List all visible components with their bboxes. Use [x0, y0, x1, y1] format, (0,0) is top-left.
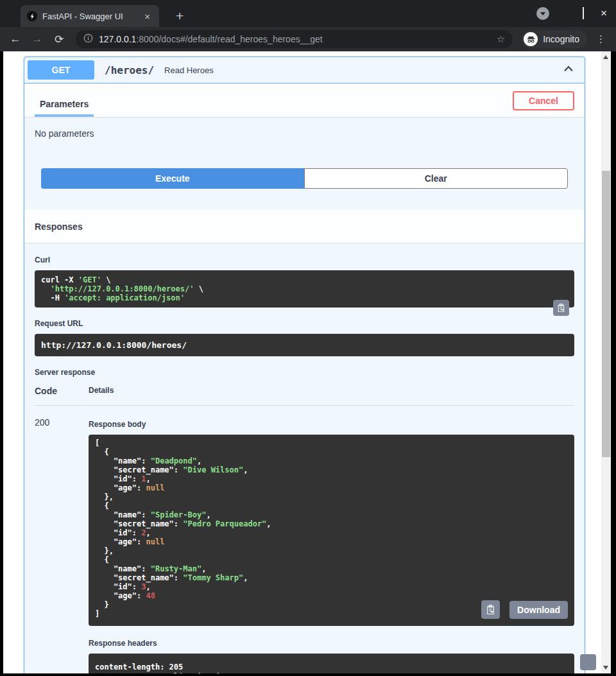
tab-close-icon[interactable]: × — [142, 11, 153, 22]
responses-table: Code Details 200 Response body [ { "name… — [35, 386, 574, 673]
forward-button[interactable]: → — [30, 33, 45, 46]
window-close-button[interactable]: × — [601, 10, 607, 17]
scrollbar-down-icon[interactable] — [603, 666, 608, 670]
endpoint-path: /heroes/ — [101, 64, 158, 76]
response-details-cell: Response body [ { "name": "Deadpond", "s… — [89, 406, 574, 674]
no-parameters-text: No parameters — [35, 128, 574, 139]
browser-tab[interactable]: FastAPI - Swagger UI × — [21, 5, 159, 27]
response-body-controls: Download — [481, 600, 568, 619]
endpoint-summary: Read Heroes — [164, 65, 556, 75]
page-info-icon[interactable] — [83, 33, 93, 46]
back-button[interactable]: ← — [8, 33, 23, 46]
new-tab-button[interactable]: + — [171, 5, 189, 27]
code-column-header: Code — [35, 386, 89, 406]
swagger-page: GET /heroes/ Read Heroes Parameters Canc… — [3, 51, 601, 673]
reload-button[interactable]: ⟳ — [51, 33, 67, 46]
response-body-label: Response body — [89, 420, 574, 429]
request-url-block: http://127.0.0.1:8000/heroes/ — [35, 334, 574, 356]
tab-parameters[interactable]: Parameters — [35, 99, 94, 117]
collapse-chevron-icon[interactable] — [562, 62, 575, 78]
browser-menu-icon[interactable]: ⋮ — [594, 33, 608, 45]
maximize-button[interactable] — [583, 8, 584, 19]
response-headers-label: Response headers — [89, 639, 574, 648]
responses-header: Responses — [24, 209, 585, 243]
scrollbar-up-icon[interactable] — [603, 55, 608, 59]
responses-table-header: Code Details — [35, 386, 574, 406]
response-copy-button[interactable] — [481, 600, 500, 619]
curl-label: Curl — [35, 256, 574, 264]
status-code: 200 — [35, 406, 89, 674]
bookmark-star-icon[interactable]: ☆ — [497, 33, 505, 45]
method-badge: GET — [28, 60, 94, 80]
incognito-icon — [524, 32, 538, 46]
response-headers-block: content-length: 205content-type: applica… — [89, 654, 574, 673]
opblock-get-heroes: GET /heroes/ Read Heroes Parameters Canc… — [24, 56, 585, 673]
tab-search-icon[interactable] — [536, 7, 549, 20]
execute-button[interactable]: Execute — [41, 168, 304, 189]
request-url-label: Request URL — [35, 319, 574, 328]
response-body-block: [ { "name": "Deadpond", "secret_name": "… — [89, 435, 574, 626]
incognito-label: Incognito — [543, 34, 579, 44]
responses-title: Responses — [35, 221, 83, 232]
tab-strip: FastAPI - Swagger UI × + × — [0, 0, 616, 27]
server-response-label: Server response — [35, 368, 574, 377]
opblock-summary[interactable]: GET /heroes/ Read Heroes — [24, 57, 585, 83]
address-bar[interactable]: 127.0.0.1:8000/docs#/default/read_heroes… — [76, 30, 513, 48]
page-scrollbar[interactable] — [601, 51, 611, 673]
tab-title: FastAPI - Swagger UI — [42, 12, 137, 21]
responses-body: Curl curl -X 'GET' \ 'http://127.0.0.1:8… — [24, 243, 585, 673]
cancel-button[interactable]: Cancel — [513, 91, 574, 110]
scrollbar-thumb[interactable] — [602, 171, 610, 457]
details-column-header: Details — [89, 386, 574, 406]
fastapi-favicon-icon — [27, 11, 37, 21]
window-controls: × — [536, 7, 607, 20]
parameters-body: No parameters Execute Clear — [24, 117, 585, 209]
clear-button[interactable]: Clear — [304, 168, 569, 189]
incognito-badge: Incognito — [522, 30, 587, 48]
browser-toolbar: ← → ⟳ 127.0.0.1:8000/docs#/default/read_… — [0, 27, 616, 51]
url-text[interactable]: 127.0.0.1:8000/docs#/default/read_heroes… — [99, 34, 491, 44]
curl-code-block: curl -X 'GET' \ 'http://127.0.0.1:8000/h… — [35, 270, 574, 308]
curl-copy-button[interactable] — [553, 300, 569, 316]
download-button[interactable]: Download — [509, 601, 568, 619]
parameters-header: Parameters Cancel — [24, 83, 585, 117]
response-row-200: 200 Response body [ { "name": "Deadpond"… — [35, 406, 574, 674]
execute-row: Execute Clear — [41, 168, 568, 189]
